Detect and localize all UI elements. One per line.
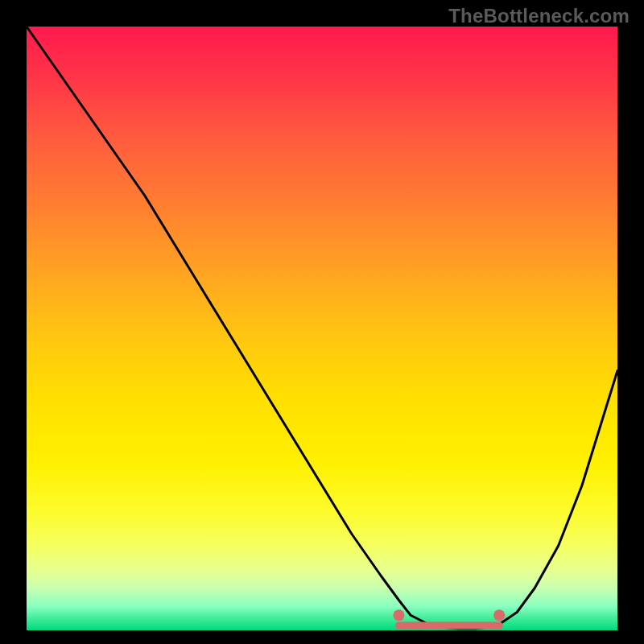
- watermark-text: TheBottleneck.com: [448, 5, 630, 27]
- curve-group: [27, 27, 617, 629]
- bottleneck-curve: [27, 27, 617, 629]
- marker-flat-end: [493, 609, 505, 621]
- chart-frame: TheBottleneck.com: [0, 0, 644, 644]
- curve-svg: [27, 27, 617, 630]
- marker-flat-start: [393, 609, 404, 621]
- plot-area: [27, 27, 617, 630]
